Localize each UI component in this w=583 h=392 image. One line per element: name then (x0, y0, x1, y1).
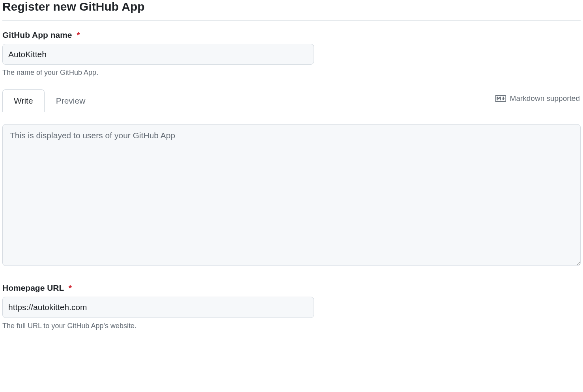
page-title: Register new GitHub App (2, 0, 581, 21)
tab-write[interactable]: Write (2, 89, 45, 112)
markdown-supported-label: Markdown supported (510, 94, 580, 103)
homepage-url-input[interactable] (2, 297, 314, 318)
homepage-url-group: Homepage URL * The full URL to your GitH… (2, 283, 581, 330)
required-asterisk: * (77, 30, 80, 39)
app-name-label: GitHub App name * (2, 30, 581, 40)
description-textarea[interactable] (2, 124, 581, 266)
app-name-label-text: GitHub App name (2, 30, 72, 39)
homepage-url-description: The full URL to your GitHub App's websit… (2, 322, 581, 330)
app-name-group: GitHub App name * The name of your GitHu… (2, 30, 581, 77)
description-tabnav: Write Preview Markdown supported (2, 89, 581, 112)
required-asterisk: * (69, 283, 72, 292)
homepage-url-label: Homepage URL * (2, 283, 581, 293)
homepage-url-label-text: Homepage URL (2, 283, 64, 292)
app-name-description: The name of your GitHub App. (2, 69, 581, 77)
tabnav-tabs: Write Preview (2, 89, 97, 112)
markdown-icon (495, 95, 506, 102)
app-name-input[interactable] (2, 44, 314, 65)
tab-preview[interactable]: Preview (45, 89, 97, 112)
markdown-supported[interactable]: Markdown supported (495, 94, 581, 108)
